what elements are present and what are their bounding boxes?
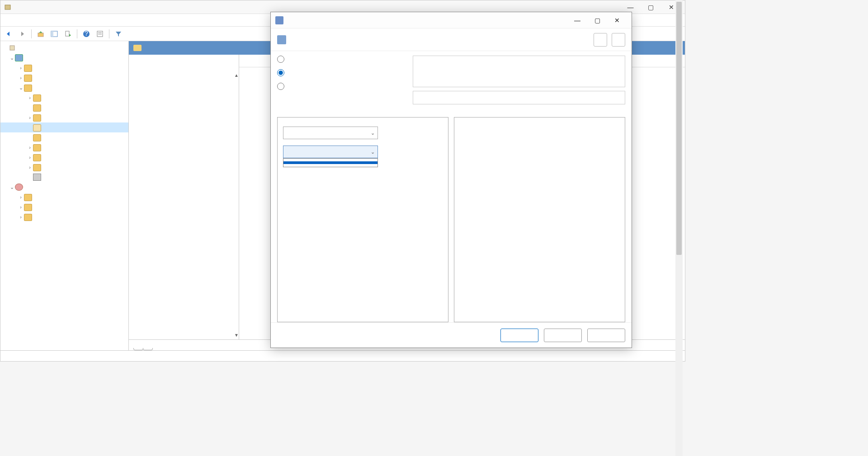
maximize-button[interactable]: ▢ (641, 1, 661, 14)
tree-item[interactable]: › (0, 202, 128, 212)
tree-item[interactable] (0, 172, 128, 182)
policy-icon (277, 35, 286, 44)
user-icon (15, 183, 23, 191)
folder-icon (24, 85, 32, 92)
folder-icon (33, 104, 41, 112)
tree-item[interactable]: › (0, 162, 128, 172)
svg-rect-9 (98, 34, 102, 34)
auth-dropdown-list (283, 158, 378, 167)
dropdown-option[interactable] (283, 164, 377, 167)
tree-root[interactable] (0, 43, 128, 53)
folder-icon (24, 194, 32, 201)
folder-open-icon (33, 124, 41, 132)
computer-icon (15, 54, 23, 61)
apply-button[interactable] (587, 329, 625, 342)
dialog-minimize-button[interactable]: — (567, 14, 587, 27)
chevron-down-icon: ⌄ (371, 149, 375, 156)
folder-icon (33, 144, 41, 151)
dialog-button-row (271, 322, 632, 348)
forward-button[interactable] (17, 28, 28, 39)
up-button[interactable] (35, 28, 46, 39)
folder-icon (33, 114, 41, 122)
policy-icon (275, 16, 283, 24)
svg-rect-4 (66, 31, 69, 36)
cancel-button[interactable] (544, 329, 582, 342)
tree-item[interactable]: › (0, 152, 128, 162)
tree-admin-templates[interactable]: ⌄ (0, 83, 128, 93)
auth-dropdown[interactable]: ⌄ (283, 146, 378, 158)
chevron-down-icon: ⌄ (371, 130, 375, 137)
svg-rect-8 (98, 33, 102, 33)
help-button[interactable]: ? (81, 28, 92, 39)
supported-box (413, 91, 625, 104)
tree-item[interactable]: › (0, 93, 128, 103)
radio-not-configured[interactable] (277, 56, 340, 63)
tree-item[interactable] (0, 132, 128, 142)
help-pane (454, 117, 625, 322)
description-column (129, 55, 239, 339)
tree-computer-config[interactable]: ⌄ (0, 53, 128, 63)
properties-button[interactable] (94, 28, 105, 39)
back-button[interactable] (3, 28, 14, 39)
tab-standard[interactable] (143, 348, 153, 350)
radio-disabled[interactable] (277, 83, 340, 90)
page-scrollbar[interactable] (675, 0, 683, 456)
toolbar-separator-3 (109, 29, 109, 38)
export-button[interactable] (62, 28, 73, 39)
next-setting-button[interactable] (612, 33, 625, 47)
dialog-maximize-button[interactable]: ▢ (587, 14, 607, 27)
protocol-dropdown[interactable]: ⌄ (283, 127, 378, 139)
folder-icon (24, 214, 32, 221)
svg-rect-0 (5, 5, 10, 9)
folder-icon (33, 154, 41, 161)
folder-icon (133, 45, 142, 51)
dialog-header-row (271, 28, 632, 51)
show-hide-tree-button[interactable] (49, 28, 60, 39)
svg-rect-10 (10, 46, 14, 50)
status-bar (0, 350, 685, 361)
app-icon (4, 4, 11, 11)
toolbar-separator-2 (77, 29, 77, 38)
tree-item[interactable]: › (0, 142, 128, 152)
tree-item[interactable]: › (0, 192, 128, 202)
tree-item[interactable]: › (0, 113, 128, 122)
ok-button[interactable] (500, 329, 538, 342)
folder-icon (33, 134, 41, 141)
tree-user-config[interactable]: ⌄ (0, 182, 128, 192)
svg-rect-3 (51, 31, 53, 37)
dialog-close-button[interactable]: ✕ (607, 14, 627, 27)
folder-icon (24, 75, 32, 82)
svg-rect-1 (38, 33, 43, 37)
policy-dialog: — ▢ ✕ ⌄ (270, 12, 632, 348)
settings-icon (33, 174, 41, 181)
tab-extended[interactable] (133, 348, 143, 350)
tree-item[interactable]: › (0, 212, 128, 222)
filter-button[interactable] (113, 28, 124, 39)
options-pane: ⌄ ⌄ (277, 117, 448, 322)
scrollbar[interactable] (234, 55, 238, 339)
tree-item[interactable] (0, 103, 128, 113)
folder-icon (33, 164, 41, 171)
svg-text:?: ? (85, 30, 88, 37)
folder-icon (24, 65, 32, 72)
folder-icon (33, 94, 41, 102)
tree-item-printers[interactable] (0, 122, 128, 132)
radio-enabled[interactable] (277, 69, 340, 76)
tree-item[interactable]: › (0, 73, 128, 83)
comment-label (359, 56, 409, 57)
tree-pane[interactable]: ⌄ › › ⌄ › › › › › ⌄ › › › (0, 41, 129, 350)
tree-item[interactable]: › (0, 63, 128, 73)
supported-label (359, 91, 409, 93)
comment-textarea[interactable] (413, 56, 625, 87)
folder-icon (24, 204, 32, 211)
previous-setting-button[interactable] (594, 33, 607, 47)
toolbar-separator (31, 29, 32, 38)
dialog-title-bar: — ▢ ✕ (271, 12, 632, 28)
